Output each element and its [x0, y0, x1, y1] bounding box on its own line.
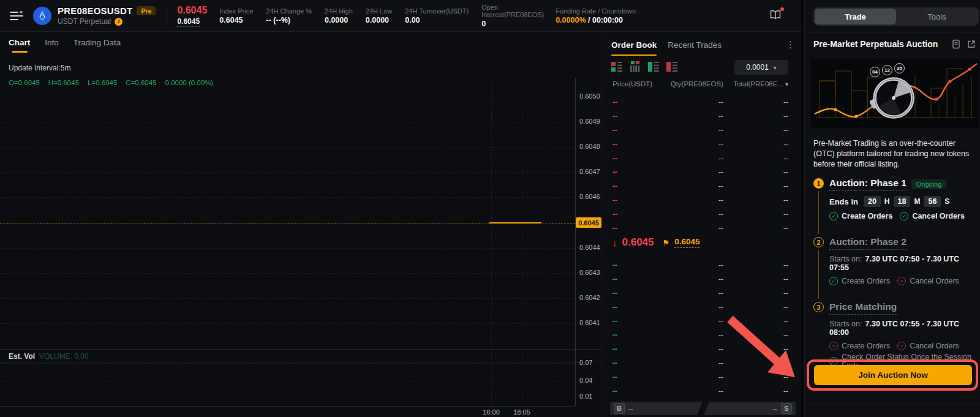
view-depth-icon[interactable]: [630, 61, 641, 72]
orderbook-row[interactable]: ------: [602, 96, 801, 110]
col-total[interactable]: Total(PRE08E...▾: [723, 80, 788, 88]
header-stat: 24H Change %-- (--%): [266, 7, 312, 24]
last-traded-price-row: ↓ 0.6045 ⚑ 0.6045: [612, 231, 699, 254]
permission-item: ×Cancel Orders: [897, 342, 959, 350]
orderbook-row[interactable]: ------: [602, 384, 801, 398]
document-icon[interactable]: [951, 39, 961, 49]
orderbook-row[interactable]: ------: [602, 342, 801, 356]
tab-tools[interactable]: Tools: [896, 9, 978, 24]
pre-badge: Pre: [137, 6, 156, 15]
tab-order-book[interactable]: Order Book: [611, 40, 657, 56]
orderbook-row[interactable]: ------: [602, 370, 801, 384]
symbol[interactable]: PRE08EOSUSDT: [58, 6, 132, 16]
mark-price[interactable]: 0.6045: [177, 17, 200, 27]
bids-list: ----------------------------------------…: [602, 258, 801, 398]
orderbook-row[interactable]: ------: [602, 258, 801, 272]
auction-description: Pre-Market Trading is an over-the-counte…: [813, 138, 974, 170]
phase-1: 1 Auction: Phase 1 Ongoing Ends in20H18M…: [813, 178, 978, 220]
header-stat: Open Interest(PRE08EOS)0: [481, 4, 543, 28]
last-price-tag: 0.6045: [576, 217, 601, 228]
marked-price[interactable]: 0.6045: [674, 237, 699, 248]
join-auction-button[interactable]: Join Auction Now: [814, 365, 972, 385]
orderbook-row[interactable]: ------: [602, 193, 801, 208]
ohlc-part: H=0.6045: [48, 79, 79, 86]
row-price: --: [612, 182, 655, 190]
col-qty: Qty(PRE08EOS): [655, 80, 723, 88]
countdown-unit: M: [914, 197, 920, 206]
phase-2-permissions: ✓Create Orders×Cancel Orders: [829, 277, 978, 285]
ohlc-part: L=0.6045: [88, 79, 117, 86]
orderbook-tabs: Order Book Recent Trades: [611, 40, 722, 56]
time-gridline: [491, 78, 492, 406]
header-stat: 24H High0.0000: [325, 7, 353, 24]
price-gridline: [0, 273, 575, 274]
external-link-icon[interactable]: [967, 39, 976, 49]
orderbook-row[interactable]: ------: [602, 356, 801, 370]
tab-trade[interactable]: Trade: [815, 9, 896, 24]
phase-2-title[interactable]: Auction: Phase 2: [829, 236, 907, 250]
view-asks-only-icon[interactable]: [666, 61, 677, 72]
price-chart[interactable]: 0.6045 Est. Vol VOLUME: 0.00 0.60500.604…: [0, 32, 601, 417]
row-qty: --: [655, 168, 723, 176]
row-total: --: [723, 224, 788, 233]
volume-pane-separator[interactable]: [0, 349, 601, 350]
orderbook-last-price[interactable]: 0.6045: [622, 236, 654, 249]
orderbook-row[interactable]: ------: [602, 272, 801, 287]
est-vol-label: Est. Vol: [9, 352, 35, 361]
orderbook-row[interactable]: ------: [602, 124, 801, 138]
info-icon[interactable]: i: [115, 18, 123, 26]
orderbook-row[interactable]: ------: [602, 207, 801, 221]
stat-label: 24H Low: [366, 7, 392, 15]
stat-value-part: / 00:00:00: [586, 16, 623, 24]
orderbook-row[interactable]: ------: [602, 151, 801, 165]
orderbook-layout-icon[interactable]: [769, 9, 783, 22]
tab-recent-trades[interactable]: Recent Trades: [668, 40, 722, 56]
orderbook-row[interactable]: ------: [602, 328, 801, 342]
orderbook-row[interactable]: ------: [602, 287, 801, 301]
orderbook-row[interactable]: ------: [602, 300, 801, 314]
phase-3-title[interactable]: Price Matching: [829, 301, 897, 315]
denied-cross-icon: ×: [829, 342, 838, 350]
buy-ratio-value: --: [628, 405, 633, 412]
notification-dot: [780, 7, 784, 11]
phase-2: 2 Auction: Phase 2 Starts on:7.30 UTC 07…: [813, 236, 978, 285]
row-price: --: [612, 289, 655, 298]
orderbook-row[interactable]: ------: [602, 110, 801, 124]
phase-3-number: 3: [813, 302, 824, 312]
row-qty: --: [655, 112, 723, 121]
row-price: --: [612, 98, 655, 107]
orderbook-row[interactable]: ------: [602, 165, 801, 179]
auction-title-row: Pre-Market Perpetuals Auction: [813, 39, 976, 49]
row-qty: --: [655, 275, 723, 284]
phase-1-permissions: ✓Create Orders✓Cancel Orders: [829, 212, 978, 220]
row-qty: --: [655, 387, 723, 396]
menu-icon[interactable]: [0, 11, 33, 21]
row-qty: --: [655, 182, 723, 190]
orderbook-menu-icon[interactable]: ⋮: [786, 39, 795, 50]
price-gridline: [0, 248, 575, 249]
buy-badge: B: [614, 403, 625, 414]
row-total: --: [723, 210, 788, 219]
view-both-icon[interactable]: [611, 61, 622, 72]
permission-label: Cancel Orders: [912, 212, 964, 220]
stat-value: 0.00: [405, 17, 469, 24]
row-price: --: [612, 140, 655, 149]
row-price: --: [612, 261, 655, 269]
price-tick-label: 0.6048: [579, 143, 600, 150]
price-grouping-select[interactable]: 0.0001 ▾: [734, 60, 788, 75]
row-total: --: [723, 261, 788, 269]
orderbook-row[interactable]: ------: [602, 314, 801, 328]
trading-app: PRE08EOSUSDT Pre USDT Perpetual i 0.6045…: [0, 0, 980, 417]
view-bids-only-icon[interactable]: [648, 61, 659, 72]
col-price: Price(USDT): [612, 80, 655, 88]
orderbook-row[interactable]: ------: [602, 179, 801, 193]
price-gridline: [0, 147, 575, 148]
phase-1-title[interactable]: Auction: Phase 1: [829, 178, 907, 191]
row-total: --: [723, 196, 788, 205]
row-price: --: [612, 303, 655, 312]
price-tick-label: 0.6047: [579, 168, 600, 175]
phase-1-countdown: Ends in20H18M56S: [829, 196, 978, 207]
countdown-value: 20: [864, 196, 881, 207]
orderbook-row[interactable]: ------: [602, 137, 801, 151]
buy-ratio: B --: [610, 403, 700, 414]
